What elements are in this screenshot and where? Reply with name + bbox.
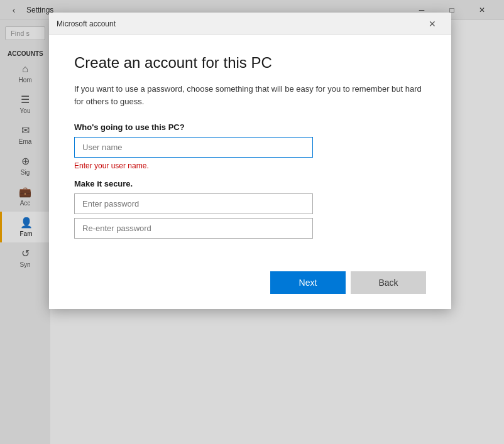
modal-close-button[interactable]: ✕: [421, 13, 444, 35]
modal-titlebar: Microsoft account ✕: [49, 13, 451, 35]
who-label: Who's going to use this PC?: [74, 122, 426, 132]
modal-footer: Next Back: [49, 261, 451, 309]
username-input[interactable]: [74, 137, 313, 158]
modal-body: Create an account for this PC If you wan…: [49, 35, 451, 261]
modal-heading: Create an account for this PC: [74, 54, 426, 72]
password-input[interactable]: [74, 193, 313, 214]
make-it-secure-label: Make it secure.: [74, 179, 426, 188]
back-button[interactable]: Back: [351, 271, 426, 294]
next-button[interactable]: Next: [270, 271, 346, 294]
username-error: Enter your user name.: [74, 161, 426, 170]
modal-title-text: Microsoft account: [57, 19, 421, 28]
reenter-password-input[interactable]: [74, 218, 313, 239]
create-account-modal: Microsoft account ✕ Create an account fo…: [49, 13, 451, 309]
modal-description: If you want to use a password, choose so…: [74, 83, 426, 107]
